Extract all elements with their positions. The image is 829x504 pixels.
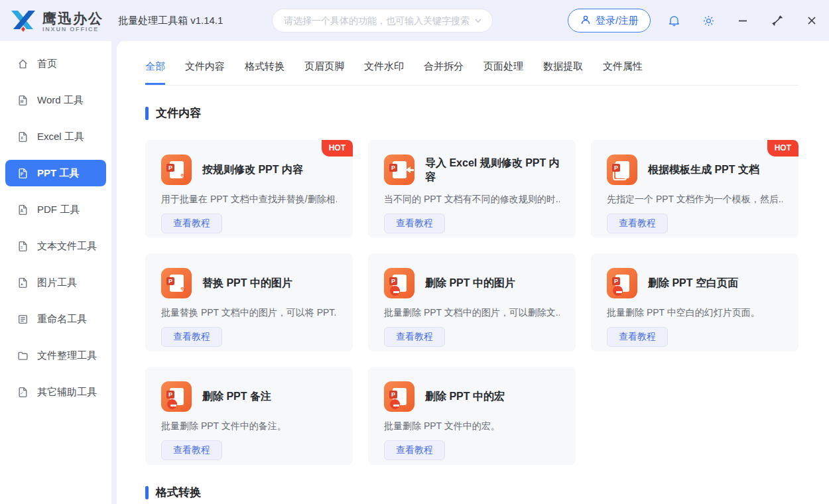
svg-text:w: w — [19, 98, 23, 103]
sidebar-item-excel-doc[interactable]: xExcel 工具 — [5, 123, 106, 150]
tool-card[interactable]: P✎替换 PPT 中的图片批量替换 PPT 文档中的图片，可以将 PPT...查… — [145, 253, 353, 351]
view-tutorial-button[interactable]: 查看教程 — [607, 214, 668, 233]
tab-3[interactable]: 页眉页脚 — [304, 60, 344, 85]
ppt-image-edit-icon: P✎ — [161, 268, 192, 298]
sidebar-item-label: PPT 工具 — [37, 167, 79, 180]
tab-5[interactable]: 合并拆分 — [424, 60, 464, 85]
tab-7[interactable]: 数据提取 — [543, 60, 583, 85]
sidebar-item-label: 首页 — [37, 58, 57, 70]
settings-gear-icon[interactable] — [700, 13, 716, 29]
search-input[interactable] — [284, 15, 474, 26]
word-doc-icon: w — [17, 95, 29, 106]
sidebar-item-text-doc[interactable]: ≡文本文件工具 — [5, 233, 106, 259]
tool-card-grid: HOTP✎按规则修改 PPT 内容用于批量在 PPT 文档中查找并替换/删除相.… — [145, 140, 798, 465]
section-header: 文件内容 — [145, 105, 798, 121]
sidebar-item-word-doc[interactable]: wWord 工具 — [5, 87, 106, 113]
svg-text:≡: ≡ — [21, 244, 23, 249]
tool-title: 删除 PPT 空白页面 — [648, 276, 738, 290]
minus-icon — [167, 399, 177, 409]
search-box[interactable] — [272, 9, 493, 32]
sidebar-item-label: 文本文件工具 — [37, 240, 97, 253]
sidebar-item-image-doc[interactable]: ▴图片工具 — [5, 269, 106, 296]
chevron-down-icon[interactable] — [474, 16, 483, 25]
tool-description: 批量删除 PPT 文件中的备注。 — [161, 420, 337, 432]
home-icon — [17, 58, 29, 70]
ppt-delete-icon: P — [384, 381, 414, 412]
svg-text:A: A — [21, 208, 24, 212]
tool-card[interactable]: P导入 Excel 规则修改 PPT 内容当不同的 PPT 文档有不同的修改规则… — [368, 140, 576, 238]
view-tutorial-button[interactable]: 查看教程 — [161, 214, 222, 233]
ppt-delete-icon: P — [384, 268, 414, 298]
topbar: 鹰迅办公 INXUN OFFICE 批量处理工具箱 v1.14.1 登录/注册 — [0, 0, 829, 41]
view-tutorial-button[interactable]: 查看教程 — [384, 440, 445, 460]
view-tutorial-button[interactable]: 查看教程 — [384, 214, 445, 233]
rename-icon — [17, 314, 29, 325]
sidebar: 首页wWord 工具xExcel 工具PPPT 工具APDF 工具≡文本文件工具… — [0, 41, 111, 504]
notification-bell-icon[interactable] — [666, 13, 682, 29]
sidebar-item-home[interactable]: 首页 — [5, 50, 106, 77]
close-button[interactable] — [804, 13, 820, 29]
tool-title: 删除 PPT 备注 — [202, 389, 271, 403]
category-tabs: 全部文件内容格式转换页眉页脚文件水印合并拆分页面处理数据提取文件属性 — [145, 41, 798, 86]
hot-badge: HOT — [767, 140, 798, 157]
view-tutorial-button[interactable]: 查看教程 — [161, 327, 222, 347]
ppt-doc-icon: P — [17, 168, 29, 179]
tool-card[interactable]: P删除 PPT 中的宏批量删除 PPT 文件中的宏。查看教程 — [368, 367, 576, 465]
resize-button[interactable] — [769, 13, 785, 29]
section-header: 格式转换 — [145, 485, 798, 500]
folder-icon — [17, 350, 29, 361]
logo-x-icon — [9, 9, 37, 35]
sidebar-item-label: 文件整理工具 — [37, 349, 97, 362]
tool-description: 当不同的 PPT 文档有不同的修改规则的时... — [384, 194, 560, 206]
import-arrow-icon — [403, 166, 411, 173]
minus-icon — [390, 399, 400, 409]
ppt-edit-icon: P✎ — [161, 155, 192, 185]
tool-card[interactable]: HOTP✎按规则修改 PPT 内容用于批量在 PPT 文档中查找并替换/删除相.… — [145, 140, 353, 238]
pencil-icon: ✎ — [179, 286, 188, 295]
tab-0[interactable]: 全部 — [145, 60, 165, 85]
minus-icon — [390, 286, 400, 296]
tool-description: 先指定一个 PPT 文档作为一个模板，然后... — [607, 194, 783, 206]
tool-title: 删除 PPT 中的宏 — [425, 389, 505, 403]
excel-doc-icon: x — [17, 131, 29, 143]
sidebar-item-folder[interactable]: 文件整理工具 — [5, 342, 106, 369]
section-title: 格式转换 — [156, 485, 201, 500]
tool-description: 用于批量在 PPT 文档中查找并替换/删除相... — [161, 194, 337, 206]
tool-title: 删除 PPT 中的图片 — [425, 276, 515, 290]
sidebar-item-label: 图片工具 — [37, 277, 77, 289]
sidebar-item-pdf-doc[interactable]: APDF 工具 — [5, 196, 106, 223]
image-doc-icon: ▴ — [17, 277, 29, 288]
tool-title: 根据模板生成 PPT 文档 — [648, 162, 759, 176]
pdf-doc-icon: A — [17, 204, 29, 216]
sidebar-item-label: Excel 工具 — [37, 131, 84, 143]
section-accent-bar — [145, 486, 149, 499]
section-accent-bar — [145, 107, 149, 120]
tool-description: 批量替换 PPT 文档中的图片，可以将 PPT... — [161, 307, 337, 319]
tool-title: 替换 PPT 中的图片 — [202, 276, 292, 290]
tab-2[interactable]: 格式转换 — [245, 60, 285, 85]
tool-description: 批量删除 PPT 中空白的幻灯片页面。 — [607, 307, 783, 319]
tab-4[interactable]: 文件水印 — [364, 60, 404, 85]
pencil-icon: ✎ — [179, 172, 188, 182]
tool-card[interactable]: HOTP根据模板生成 PPT 文档先指定一个 PPT 文档作为一个模板，然后..… — [591, 140, 798, 238]
sidebar-item-label: Word 工具 — [37, 94, 84, 107]
sidebar-item-misc-doc[interactable]: ✓其它辅助工具 — [5, 379, 106, 405]
misc-doc-icon: ✓ — [17, 387, 29, 398]
login-register-button[interactable]: 登录/注册 — [568, 9, 651, 32]
view-tutorial-button[interactable]: 查看教程 — [384, 327, 445, 347]
ppt-template-icon: P — [607, 155, 637, 185]
view-tutorial-button[interactable]: 查看教程 — [161, 440, 222, 460]
sidebar-item-rename[interactable]: 重命名工具 — [5, 306, 106, 332]
view-tutorial-button[interactable]: 查看教程 — [607, 327, 668, 347]
tool-card[interactable]: P删除 PPT 中的图片批量删除 PPT 文档中的图片，可以删除文...查看教程 — [368, 253, 576, 351]
main-panel: 全部文件内容格式转换页眉页脚文件水印合并拆分页面处理数据提取文件属性 文件内容H… — [117, 41, 829, 504]
tab-1[interactable]: 文件内容 — [185, 60, 225, 85]
minimize-button[interactable] — [735, 13, 751, 29]
tool-card[interactable]: P删除 PPT 空白页面批量删除 PPT 中空白的幻灯片页面。查看教程 — [591, 253, 798, 351]
sidebar-item-ppt-doc[interactable]: PPPT 工具 — [5, 160, 106, 186]
tab-8[interactable]: 文件属性 — [603, 60, 643, 85]
text-doc-icon: ≡ — [17, 241, 29, 252]
svg-text:▴: ▴ — [21, 281, 23, 285]
tool-card[interactable]: P删除 PPT 备注批量删除 PPT 文件中的备注。查看教程 — [145, 367, 353, 465]
tab-6[interactable]: 页面处理 — [483, 60, 523, 85]
